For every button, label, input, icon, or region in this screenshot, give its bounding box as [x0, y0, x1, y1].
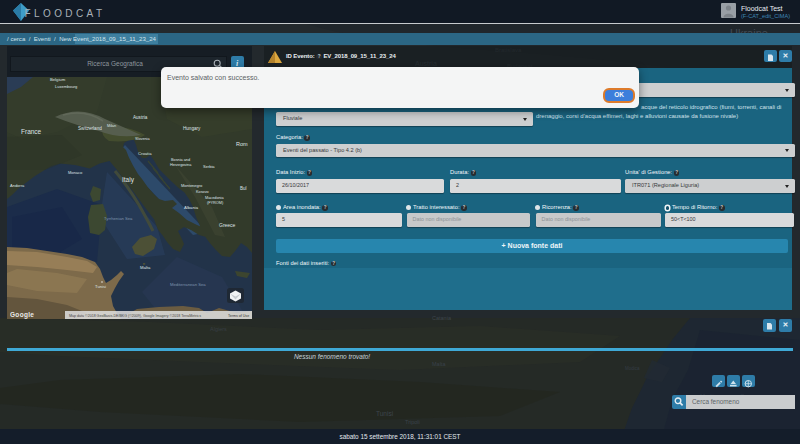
- svg-text:France: France: [21, 128, 42, 135]
- svg-text:Monaco: Monaco: [68, 170, 83, 175]
- svg-text:Greece: Greece: [219, 222, 236, 228]
- svg-text:Albania: Albania: [184, 205, 199, 210]
- svg-text:Bul: Bul: [240, 186, 247, 191]
- svg-text:Montenegro: Montenegro: [181, 183, 203, 188]
- svg-text:Modica: Modica: [625, 366, 640, 371]
- svg-text:Tripoli: Tripoli: [405, 419, 420, 425]
- svg-text:Austria: Austria: [133, 115, 148, 120]
- svg-text:(FYROM): (FYROM): [207, 201, 224, 205]
- svg-text:Bosnia and: Bosnia and: [171, 158, 190, 162]
- svg-text:Google: Google: [10, 311, 34, 319]
- svg-text:Kosovo: Kosovo: [196, 190, 209, 194]
- svg-text:Slovenia: Slovenia: [135, 137, 150, 141]
- svg-text:Tunisi: Tunisi: [376, 410, 393, 417]
- svg-text:FLOODCAT: FLOODCAT: [25, 8, 106, 19]
- svg-text:Italy: Italy: [122, 176, 135, 184]
- svg-text:Hungary: Hungary: [183, 126, 201, 131]
- svg-text:Andorra: Andorra: [10, 183, 25, 188]
- svg-text:Algiers: Algiers: [210, 326, 227, 332]
- svg-text:Tunisi: Tunisi: [95, 284, 106, 289]
- svg-text:Macedonia: Macedonia: [205, 196, 224, 200]
- svg-text:Map data ©2018 GeoBasis-DE/BKG: Map data ©2018 GeoBasis-DE/BKG (©2009), …: [69, 314, 201, 318]
- svg-text:Herzegovina: Herzegovina: [170, 163, 192, 167]
- svg-text:Belgium: Belgium: [50, 77, 66, 82]
- svg-text:Rom: Rom: [236, 141, 248, 147]
- svg-text:Malta: Malta: [140, 265, 151, 270]
- svg-text:Croatia: Croatia: [138, 151, 152, 156]
- svg-text:Milan: Milan: [107, 124, 116, 128]
- svg-text:Malta: Malta: [432, 361, 446, 367]
- svg-text:Serbia: Serbia: [203, 164, 215, 169]
- svg-text:Tyrrhenian Sea: Tyrrhenian Sea: [104, 216, 133, 221]
- svg-text:Switzerland: Switzerland: [78, 126, 102, 131]
- svg-text:Luxembourg: Luxembourg: [55, 84, 77, 89]
- svg-text:Mediterranean Sea: Mediterranean Sea: [170, 282, 206, 287]
- svg-text:Terms of Use: Terms of Use: [228, 314, 249, 318]
- svg-text:Catania: Catania: [432, 315, 452, 321]
